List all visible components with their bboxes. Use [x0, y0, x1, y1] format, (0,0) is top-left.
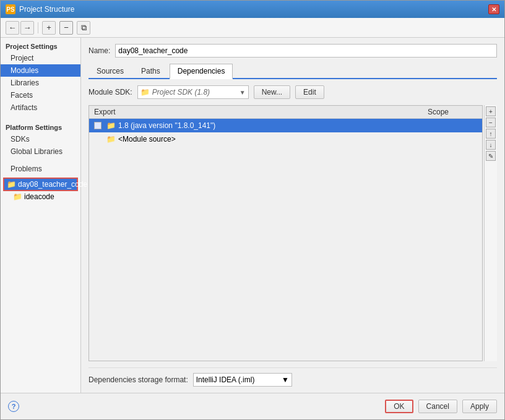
- sidebar-separator: [1, 114, 80, 119]
- sdk-label: Module SDK:: [88, 88, 132, 96]
- module-source-label: <Module source>: [118, 135, 176, 144]
- project-structure-window: PS Project Structure ✕ ← → + − ⧉ Project…: [0, 0, 505, 420]
- project-settings-header: Project Settings: [1, 38, 80, 52]
- name-input[interactable]: [115, 44, 497, 58]
- deps-area: Export Scope 📁 1.8 (java version "1.8.0_…: [88, 105, 497, 361]
- folder-icon-java18: 📁: [106, 121, 116, 130]
- sdk-dropdown-arrow: ▼: [240, 89, 246, 96]
- export-header: Export: [94, 108, 428, 116]
- sidebar-item-problems[interactable]: Problems: [1, 163, 80, 175]
- ok-button[interactable]: OK: [385, 400, 413, 413]
- remove-module-button[interactable]: −: [59, 21, 73, 35]
- deps-row-module-source[interactable]: 📁 <Module source>: [89, 132, 482, 146]
- title-bar-controls: ✕: [488, 4, 499, 14]
- window-title: Project Structure: [19, 5, 74, 14]
- left-panel: Project Settings Project Modules Librari…: [1, 38, 81, 393]
- move-down-button[interactable]: ↓: [486, 140, 496, 150]
- module-label-day08: day08_teacher_code: [18, 180, 87, 189]
- sidebar-separator2: [1, 158, 80, 163]
- apply-button[interactable]: Apply: [462, 400, 497, 413]
- sdk-row: Module SDK: 📁 Project SDK (1.8) ▼ New...…: [88, 85, 497, 99]
- remove-dep-button[interactable]: −: [486, 118, 496, 127]
- window-icon: PS: [6, 4, 15, 14]
- folder-icon-module-source: 📁: [106, 135, 116, 144]
- add-dep-button[interactable]: +: [486, 106, 496, 116]
- help-button[interactable]: ?: [8, 401, 19, 412]
- tab-sources[interactable]: Sources: [88, 64, 132, 78]
- sidebar: Project Settings Project Modules Librari…: [1, 38, 81, 175]
- sdk-icon: 📁: [140, 88, 150, 96]
- folder-icon: 📁: [7, 180, 16, 189]
- module-tree-item-day08[interactable]: 📁 day08_teacher_code: [3, 178, 78, 191]
- folder-icon2: 📁: [13, 192, 22, 201]
- deps-table-inner: Export Scope 📁 1.8 (java version "1.8.0_…: [89, 106, 482, 361]
- edit-dep-button[interactable]: ✎: [486, 151, 496, 161]
- module-tree: 📁 day08_teacher_code 📁 ideacode: [1, 175, 80, 205]
- title-bar: PS Project Structure ✕: [1, 1, 504, 18]
- new-button[interactable]: New...: [254, 85, 290, 99]
- nav-arrows: ← →: [6, 21, 34, 35]
- sidebar-item-modules[interactable]: Modules: [1, 64, 80, 77]
- sdk-value: Project SDK (1.8): [150, 88, 240, 96]
- content-area: Project Settings Project Modules Librari…: [1, 38, 504, 393]
- storage-value: IntelliJ IDEA (.iml): [196, 375, 255, 384]
- platform-settings-header: Platform Settings: [1, 119, 80, 133]
- edit-button[interactable]: Edit: [295, 85, 324, 99]
- deps-table-wrapper: Export Scope 📁 1.8 (java version "1.8.0_…: [88, 105, 483, 361]
- tab-dependencies[interactable]: Dependencies: [170, 64, 233, 79]
- close-button[interactable]: ✕: [488, 4, 499, 14]
- storage-row: Dependencies storage format: IntelliJ ID…: [88, 367, 497, 387]
- toolbar: ← → + − ⧉: [1, 18, 504, 38]
- storage-dropdown[interactable]: IntelliJ IDEA (.iml) ▼: [193, 373, 292, 387]
- sidebar-item-global-libraries[interactable]: Global Libraries: [1, 145, 80, 158]
- deps-row-content-java18: 📁 1.8 (java version "1.8.0_141"): [94, 121, 477, 130]
- java18-label: 1.8 (java version "1.8.0_141"): [118, 121, 215, 130]
- sidebar-item-sdks[interactable]: SDKs: [1, 133, 80, 145]
- storage-dropdown-arrow: ▼: [282, 375, 289, 384]
- main-panel: Name: Sources Paths Dependencies Module …: [81, 38, 504, 393]
- tab-paths[interactable]: Paths: [133, 64, 168, 78]
- dialog-footer: ? OK Cancel Apply: [1, 393, 504, 419]
- sidebar-item-artifacts[interactable]: Artifacts: [1, 101, 80, 114]
- sidebar-item-facets[interactable]: Facets: [1, 89, 80, 101]
- checkbox-java18[interactable]: [94, 122, 101, 129]
- right-side-buttons: + − ↑ ↓ ✎: [484, 105, 497, 361]
- add-module-button[interactable]: +: [42, 21, 56, 35]
- sidebar-item-libraries[interactable]: Libraries: [1, 77, 80, 89]
- module-tree-item-ideacode[interactable]: 📁 ideacode: [11, 191, 78, 202]
- copy-module-button[interactable]: ⧉: [77, 21, 90, 35]
- forward-button[interactable]: →: [20, 21, 34, 35]
- name-row: Name:: [88, 44, 497, 58]
- sdk-dropdown[interactable]: 📁 Project SDK (1.8) ▼: [137, 85, 249, 99]
- sidebar-item-project[interactable]: Project: [1, 52, 80, 64]
- scope-header: Scope: [428, 108, 477, 116]
- toolbar-separator: [38, 22, 38, 33]
- name-label: Name:: [88, 46, 110, 55]
- cancel-button[interactable]: Cancel: [418, 400, 457, 413]
- title-bar-left: PS Project Structure: [6, 4, 74, 14]
- module-label-ideacode: ideacode: [24, 192, 54, 201]
- move-up-button[interactable]: ↑: [486, 129, 496, 139]
- storage-label: Dependencies storage format:: [88, 375, 188, 384]
- deps-header: Export Scope: [89, 106, 482, 119]
- tabs: Sources Paths Dependencies: [88, 64, 497, 79]
- back-button[interactable]: ←: [6, 21, 19, 35]
- deps-row-java18[interactable]: 📁 1.8 (java version "1.8.0_141"): [89, 119, 482, 132]
